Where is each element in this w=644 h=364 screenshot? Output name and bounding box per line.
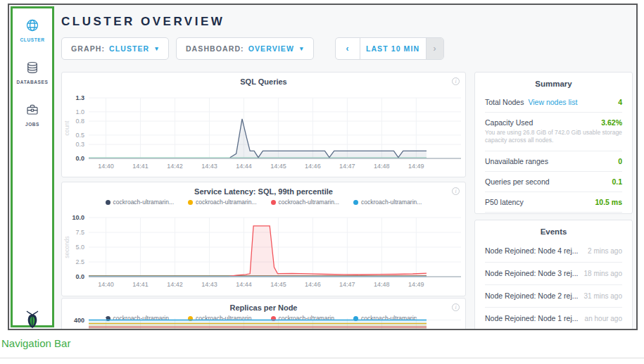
event-row[interactable]: Node Rejoined: Node 2 rej... 31 mins ago: [485, 285, 622, 308]
summary-title: Summary: [485, 73, 622, 92]
svg-text:5.0: 5.0: [75, 244, 84, 251]
event-row[interactable]: Node Rejoined: Node 3 rej... 18 mins ago: [485, 263, 622, 285]
svg-text:14:41: 14:41: [132, 281, 149, 288]
legend-item: cockroach-ultramarin...: [188, 199, 256, 206]
graph-dropdown-value: CLUSTER: [109, 44, 149, 53]
events-title: Events: [485, 220, 622, 240]
sidebar-item-jobs[interactable]: JOBS: [13, 103, 52, 127]
chevron-down-icon: ▾: [300, 45, 304, 52]
briefcase-icon: [25, 103, 39, 117]
toolbar: GRAPH: CLUSTER ▾ DASHBOARD: OVERVIEW ▾ ‹…: [61, 37, 444, 60]
svg-text:7.5: 7.5: [75, 229, 84, 236]
summary-label: Total Nodes: [485, 98, 524, 106]
legend-dot: [106, 200, 111, 205]
svg-text:14:48: 14:48: [374, 163, 390, 170]
event-time: 2 mins ago: [588, 247, 622, 255]
graph-dropdown[interactable]: GRAPH: CLUSTER ▾: [61, 37, 169, 60]
info-icon[interactable]: i: [452, 77, 460, 85]
dashboard-dropdown-value: OVERVIEW: [248, 44, 294, 53]
legend-dot: [188, 200, 193, 205]
legend-dot: [271, 200, 276, 205]
svg-text:seconds: seconds: [63, 236, 70, 258]
time-range-value[interactable]: LAST 10 MIN: [360, 38, 427, 59]
time-range-prev-button[interactable]: ‹: [336, 38, 360, 59]
event-time: 31 mins ago: [584, 292, 622, 300]
event-text: Node Rejoined: Node 2 rej...: [485, 291, 579, 300]
cockroachdb-logo[interactable]: [23, 309, 42, 330]
summary-row-unavailable-ranges: Unavailable ranges 0: [485, 151, 622, 172]
time-range-selector: ‹ LAST 10 MIN ›: [335, 37, 444, 60]
summary-panel: Summary Total Nodes View nodes list 4 Ca…: [474, 72, 633, 214]
svg-text:1.0: 1.0: [75, 108, 84, 115]
svg-text:14:43: 14:43: [201, 281, 217, 288]
sidebar-label-jobs: JOBS: [13, 122, 52, 127]
legend-dot: [353, 200, 358, 205]
svg-text:count: count: [63, 120, 70, 135]
legend-item: cockroach-ultramarin...: [106, 199, 174, 206]
events-panel: Events Node Rejoined: Node 4 rej... 2 mi…: [474, 220, 633, 330]
replicas-per-node-chart: 14:4014:4114:4214:4314:4414:4514:4614:47…: [62, 315, 467, 330]
app-window: CLUSTER DATABASES: [8, 4, 638, 330]
time-range-next-button: ›: [427, 38, 443, 59]
svg-text:0.0: 0.0: [75, 273, 84, 280]
sidebar-item-databases[interactable]: DATABASES: [13, 61, 52, 84]
globe-icon: [25, 18, 39, 32]
legend-label: cockroach-ultramarin...: [279, 199, 339, 206]
svg-text:1.3: 1.3: [75, 94, 84, 101]
replicas-per-node-card: Replicas per Node i cockroach-ultramarin…: [61, 298, 466, 330]
summary-label: Queries per second: [485, 177, 550, 186]
svg-text:14:47: 14:47: [339, 281, 355, 288]
event-time: 18 mins ago: [584, 270, 622, 277]
summary-value: 3.62%: [601, 118, 622, 127]
event-row[interactable]: Node Rejoined: Node 1 rej... an hour ago: [485, 308, 622, 330]
svg-text:14:48: 14:48: [374, 281, 390, 288]
svg-text:0.0: 0.0: [75, 155, 84, 162]
svg-text:14:46: 14:46: [305, 281, 321, 288]
svg-text:14:43: 14:43: [201, 163, 217, 170]
dashboard-dropdown[interactable]: DASHBOARD: OVERVIEW ▾: [176, 37, 314, 60]
legend-label: cockroach-ultramarin...: [196, 199, 256, 206]
chart-title: SQL Queries: [62, 77, 465, 86]
sidebar-item-cluster[interactable]: CLUSTER: [13, 18, 52, 42]
event-row[interactable]: Node Rejoined: Node 4 rej... 2 mins ago: [485, 240, 622, 263]
event-text: Node Rejoined: Node 1 rej...: [485, 314, 579, 322]
svg-text:14:49: 14:49: [408, 281, 424, 288]
chart-title: Replicas per Node: [62, 303, 465, 312]
svg-text:14:46: 14:46: [305, 163, 321, 170]
navigation-bar: CLUSTER DATABASES: [11, 6, 54, 327]
svg-text:14:40: 14:40: [98, 281, 114, 288]
legend-item: cockroach-ultramarin...: [353, 199, 422, 206]
summary-value: 4: [618, 98, 622, 106]
svg-text:14:44: 14:44: [236, 281, 252, 288]
summary-value: 0: [618, 157, 622, 165]
info-icon[interactable]: i: [452, 187, 460, 195]
summary-row-capacity-used: Capacity Used 3.62% You are using 26.8 G…: [485, 113, 622, 151]
event-text: Node Rejoined: Node 3 rej...: [485, 269, 579, 277]
navigation-bar-caption: Navigation Bar: [1, 337, 70, 349]
svg-text:14:42: 14:42: [167, 281, 183, 288]
svg-text:14:41: 14:41: [132, 163, 149, 170]
chevron-down-icon: ▾: [155, 45, 159, 52]
service-latency-chart: 14:4014:4114:4214:4314:4414:4514:4614:47…: [62, 211, 467, 295]
info-icon[interactable]: i: [452, 303, 460, 311]
summary-label: Capacity Used: [485, 118, 533, 127]
view-nodes-list-link[interactable]: View nodes list: [528, 98, 577, 106]
capacity-note: You are using 26.8 GiB of 742.0 GiB usab…: [485, 129, 622, 145]
svg-text:14:40: 14:40: [98, 163, 114, 170]
svg-text:400: 400: [74, 317, 84, 324]
database-icon: [25, 61, 39, 75]
svg-text:14:49: 14:49: [408, 163, 424, 170]
svg-text:14:47: 14:47: [339, 163, 355, 170]
sql-queries-chart: 14:4014:4114:4214:4314:4414:4514:4614:47…: [62, 88, 467, 177]
chart-legend: cockroach-ultramarin... cockroach-ultram…: [62, 199, 465, 206]
summary-value: 0.1: [612, 177, 622, 186]
event-time: an hour ago: [585, 315, 622, 322]
svg-text:10.0: 10.0: [72, 214, 84, 221]
summary-value: 10.5 ms: [595, 198, 622, 206]
bottom-divider: [0, 358, 644, 358]
dashboard-dropdown-label: DASHBOARD:: [186, 44, 244, 53]
legend-label: cockroach-ultramarin...: [113, 199, 174, 206]
svg-text:0.8: 0.8: [75, 118, 84, 125]
cockroach-bug-icon: [23, 309, 42, 329]
legend-item: cockroach-ultramarin...: [271, 199, 339, 206]
